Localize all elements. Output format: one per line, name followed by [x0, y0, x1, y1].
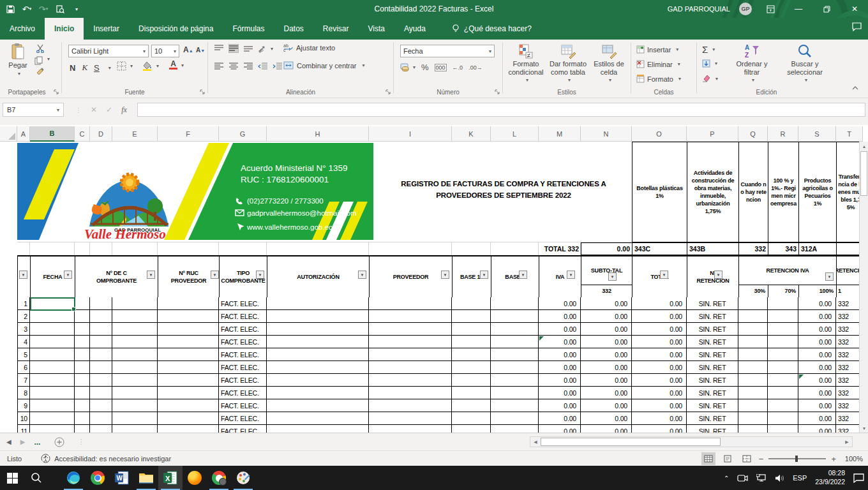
- cell-E15[interactable]: [112, 399, 158, 412]
- cell-P13[interactable]: SIN. RET: [687, 374, 738, 387]
- cell-F7[interactable]: [158, 297, 219, 310]
- cell-N16[interactable]: 0.00: [581, 412, 632, 425]
- account-name[interactable]: GAD PARROQUIAL: [668, 5, 730, 13]
- restore-button[interactable]: [817, 0, 836, 18]
- align-top-icon[interactable]: [214, 45, 223, 52]
- cell-I16[interactable]: [369, 412, 452, 425]
- new-sheet-button[interactable]: [47, 433, 72, 450]
- cell-D8[interactable]: [90, 310, 112, 323]
- cell-Q14[interactable]: [738, 387, 768, 399]
- number-dialog-launcher[interactable]: [495, 89, 500, 95]
- cell-styles-button[interactable]: Estilos de celda▾: [590, 43, 628, 83]
- cell-C9[interactable]: [75, 323, 90, 336]
- cell-N14[interactable]: 0.00: [581, 387, 632, 399]
- cell-K12[interactable]: [452, 361, 491, 374]
- column-header-I[interactable]: I: [369, 126, 452, 142]
- autosum-button[interactable]: Σ▾: [702, 44, 715, 55]
- cell-C17[interactable]: [75, 425, 90, 433]
- column-header-Q[interactable]: Q: [738, 126, 768, 142]
- cell-Q7[interactable]: [738, 297, 768, 310]
- increase-decimal-icon[interactable]: ←.0: [453, 64, 463, 71]
- cell-G8[interactable]: FACT. ELEC.: [219, 310, 267, 323]
- sort-filter-button[interactable]: AZ Ordenar y filtrar▾: [728, 43, 776, 83]
- cell-S14[interactable]: 0.00: [798, 387, 836, 399]
- cell-K9[interactable]: [452, 323, 491, 336]
- cell-A10[interactable]: 4: [17, 336, 30, 348]
- cell-F11[interactable]: [158, 348, 219, 361]
- cell-E9[interactable]: [112, 323, 158, 336]
- fill-color-button[interactable]: ▾: [142, 61, 159, 71]
- cell-S13[interactable]: 0.00: [798, 374, 836, 387]
- cell-A16[interactable]: 10: [17, 412, 30, 425]
- header-a-filter-icon[interactable]: ▼: [19, 271, 27, 279]
- cell-H10[interactable]: [267, 336, 369, 348]
- tray-language[interactable]: ESP: [793, 474, 807, 482]
- cell-A8[interactable]: 2: [17, 310, 30, 323]
- cell-S6[interactable]: 100%: [798, 285, 837, 298]
- cell-S7[interactable]: 0.00: [798, 297, 836, 310]
- header-comprobante-filter-icon[interactable]: ▼: [147, 271, 155, 279]
- cell-G12[interactable]: FACT. ELEC.: [219, 361, 267, 374]
- cell-H12[interactable]: [267, 361, 369, 374]
- page-break-view-button[interactable]: [740, 452, 754, 465]
- cell-E12[interactable]: [112, 361, 158, 374]
- header-ruc-filter-icon[interactable]: ▼: [211, 271, 219, 279]
- cell-G9[interactable]: FACT. ELEC.: [219, 323, 267, 336]
- cell-R14[interactable]: [768, 387, 798, 399]
- percent-style-icon[interactable]: %: [421, 63, 429, 72]
- header-base0-filter-icon[interactable]: ▼: [519, 271, 527, 279]
- cell-D11[interactable]: [90, 348, 112, 361]
- cell-Q8[interactable]: [738, 310, 768, 323]
- ribbon-display-options-icon[interactable]: [761, 0, 780, 18]
- cell-N11[interactable]: 0.00: [581, 348, 632, 361]
- cell-K7[interactable]: [452, 297, 491, 310]
- tray-clock[interactable]: 08:28 23/9/2022: [815, 469, 845, 486]
- hscroll-left-arrow[interactable]: ◀: [531, 438, 540, 447]
- cell-C13[interactable]: [75, 374, 90, 387]
- insert-function-icon[interactable]: fx: [121, 105, 127, 115]
- cell-C7[interactable]: [75, 297, 90, 310]
- cell-I7[interactable]: [369, 297, 452, 310]
- comma-style-icon[interactable]: 000: [435, 64, 447, 71]
- insert-cells-button[interactable]: Insertar▾: [636, 45, 678, 54]
- save-icon[interactable]: [5, 4, 15, 14]
- header-total-filter-icon[interactable]: ▼: [660, 271, 668, 279]
- cell-S10[interactable]: 0.00: [798, 336, 836, 348]
- cell-P7[interactable]: SIN. RET: [687, 297, 738, 310]
- tray-chevron-icon[interactable]: ⌃: [724, 475, 729, 482]
- tray-volume-icon[interactable]: [775, 474, 784, 482]
- sheet-next-icon[interactable]: ▶: [20, 438, 26, 445]
- cell-M7[interactable]: 0.00: [539, 297, 581, 310]
- action-center-icon[interactable]: [853, 473, 864, 483]
- cell-B13[interactable]: [30, 374, 75, 387]
- cell-G7[interactable]: FACT. ELEC.: [219, 297, 267, 310]
- menu-tab-f-rmulas[interactable]: Fórmulas: [223, 18, 274, 40]
- cell-O13[interactable]: 0.00: [632, 374, 687, 387]
- cell-M10[interactable]: 0.00: [539, 336, 581, 348]
- cell-P16[interactable]: SIN. RET: [687, 412, 738, 425]
- cell-L16[interactable]: [491, 412, 539, 425]
- column-header-L[interactable]: L: [491, 126, 539, 142]
- alignment-dialog-launcher[interactable]: [385, 89, 391, 95]
- cell-B16[interactable]: [30, 412, 75, 425]
- cell-K15[interactable]: [452, 399, 491, 412]
- cell-R10[interactable]: [768, 336, 798, 348]
- formula-input[interactable]: [137, 103, 865, 117]
- italic-button[interactable]: K: [82, 63, 87, 73]
- confirm-entry-icon[interactable]: ✓: [106, 105, 112, 114]
- cell-E11[interactable]: [112, 348, 158, 361]
- cell-O12[interactable]: 0.00: [632, 361, 687, 374]
- cell-N6[interactable]: 332: [581, 285, 632, 298]
- bold-button[interactable]: N: [70, 63, 75, 73]
- tell-me-search[interactable]: ¿Qué desea hacer?: [452, 18, 532, 40]
- cell-M11[interactable]: 0.00: [539, 348, 581, 361]
- column-header-N[interactable]: N: [581, 126, 632, 142]
- cell-K14[interactable]: [452, 387, 491, 399]
- cell-E14[interactable]: [112, 387, 158, 399]
- cell-A13[interactable]: 7: [17, 374, 30, 387]
- cell-G17[interactable]: FACT. ELEC.: [219, 425, 267, 433]
- comment-icon[interactable]: [852, 22, 862, 31]
- taskbar-chrome-icon[interactable]: [86, 466, 110, 490]
- cell-I12[interactable]: [369, 361, 452, 374]
- sheet-overflow[interactable]: ...: [34, 438, 40, 447]
